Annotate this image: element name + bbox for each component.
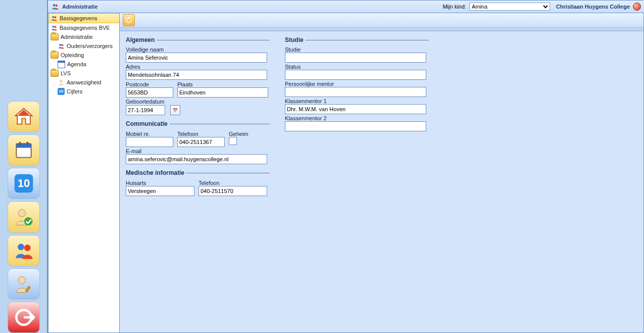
svg-point-21 [60, 80, 63, 82]
sidebar: Basisgegevens Basisgegevens BVE Administ… [48, 13, 120, 333]
svg-point-20 [61, 44, 63, 46]
content: Algemeen Volledige naam Adres Postcode [120, 13, 644, 333]
sidebar-item-opleiding[interactable]: Opleiding [48, 51, 119, 60]
sidebar-item-label: Basisgegevens BVE [60, 25, 110, 31]
fieldset-communicatie: Communicatie Mobiel nr. Telefoon [126, 120, 270, 164]
form-right-column: Studie Studie Status Persoonlijke mentor… [285, 36, 429, 136]
input-huisarts[interactable] [126, 186, 194, 196]
dock-grades[interactable]: 10 [8, 168, 40, 199]
sidebar-item-label: Basisgegevens [60, 15, 97, 21]
svg-point-19 [59, 44, 61, 46]
input-km2[interactable] [285, 121, 426, 131]
svg-point-14 [55, 5, 58, 7]
home-icon [13, 106, 35, 128]
label-geboorte: Geboortedatum [126, 99, 270, 105]
svg-rect-3 [26, 142, 28, 146]
person-edit-icon [13, 273, 35, 295]
sidebar-item-label: Aanwezigheid [67, 79, 102, 85]
main-panel: Administratie Mijn kind: Amina Christiaa… [47, 0, 644, 333]
checkbox-geheim[interactable] [229, 137, 237, 145]
dock-logout[interactable] [8, 302, 40, 333]
folder-icon [51, 70, 59, 77]
sidebar-item-ouders[interactable]: Ouders/verzorgers [48, 41, 119, 51]
toolbar [120, 13, 643, 28]
toolbar-separator [120, 28, 643, 31]
dock-home[interactable] [8, 101, 40, 132]
sidebar-item-basisgegevens-bve[interactable]: Basisgegevens BVE [48, 23, 119, 32]
svg-rect-2 [19, 142, 21, 146]
body-split: Basisgegevens Basisgegevens BVE Administ… [48, 13, 644, 333]
calendar-icon [13, 139, 35, 161]
users-icon [13, 240, 35, 262]
label-plaats: Plaats [177, 81, 270, 87]
child-label: Mijn kind: [442, 4, 466, 10]
input-geboortedatum[interactable] [126, 105, 165, 115]
input-naam[interactable] [126, 53, 267, 63]
label-status: Status [285, 64, 429, 70]
svg-point-13 [53, 4, 56, 7]
dock-attendance[interactable] [8, 201, 40, 232]
dock: 10 [0, 0, 47, 333]
sidebar-item-label: Cijfers [67, 88, 82, 94]
refresh-button[interactable] [123, 14, 135, 26]
svg-point-17 [52, 26, 54, 28]
fieldset-medisch: Medische informatie Huisarts Telefoon [126, 169, 270, 196]
label-adres: Adres [126, 64, 270, 70]
sidebar-item-lvs[interactable]: LVS [48, 69, 119, 78]
svg-point-15 [52, 16, 54, 18]
form-left-column: Algemeen Volledige naam Adres Postcode [126, 36, 270, 201]
input-postcode[interactable] [126, 87, 173, 98]
input-km1[interactable] [285, 104, 426, 114]
label-studie: Studie [285, 46, 429, 53]
label-mentor: Persoonlijke mentor [285, 81, 429, 87]
dock-edit-user[interactable] [8, 268, 40, 300]
ten-icon: 10 [13, 172, 35, 195]
dock-users[interactable] [8, 235, 40, 266]
datepicker-button[interactable]: 📅 [170, 105, 180, 115]
fieldset-algemeen: Algemeen Volledige naam Adres Postcode [126, 36, 270, 115]
refresh-icon [125, 17, 132, 24]
input-studie[interactable] [285, 53, 426, 63]
input-mentor[interactable] [285, 87, 426, 97]
svg-point-18 [54, 26, 56, 28]
users-icon [51, 24, 58, 31]
input-huisarts-telefoon[interactable] [199, 186, 267, 196]
legend-medisch: Medische informatie [126, 169, 186, 176]
svg-point-16 [54, 16, 56, 18]
label-naam: Volledige naam [126, 46, 270, 53]
app-root: 10 Administratie Mijn kind: Amina Christ… [0, 0, 644, 333]
sidebar-item-administratie[interactable]: Administratie [48, 32, 119, 41]
sidebar-item-aanwezigheid[interactable]: Aanwezigheid [48, 78, 119, 87]
input-mobiel[interactable] [126, 137, 173, 147]
input-adres[interactable] [126, 70, 267, 80]
svg-text:10: 10 [17, 177, 29, 190]
svg-point-10 [18, 276, 26, 284]
sidebar-item-label: Ouders/verzorgers [67, 43, 113, 49]
label-km2: Klassenmentor 2 [285, 115, 429, 121]
input-telefoon[interactable] [177, 137, 225, 147]
input-email[interactable] [126, 154, 267, 164]
dock-agenda[interactable] [8, 134, 40, 166]
label-postcode: Postcode [126, 81, 173, 87]
sidebar-item-cijfers[interactable]: 10 Cijfers [48, 87, 119, 96]
legend-studie: Studie [285, 36, 306, 43]
close-icon[interactable] [633, 3, 641, 11]
sidebar-item-label: Agenda [67, 61, 86, 67]
school-name: Christiaan Huygens College [556, 4, 630, 10]
page-title: Administratie [62, 4, 97, 10]
label-telefoon: Telefoon [177, 131, 225, 137]
child-select[interactable]: Amina [469, 3, 550, 11]
label-huisarts-telefoon: Telefoon [199, 180, 267, 186]
svg-point-7 [24, 217, 32, 226]
sidebar-item-label: Administratie [61, 34, 93, 40]
legend-algemeen: Algemeen [126, 36, 157, 43]
input-plaats[interactable] [177, 87, 268, 98]
folder-icon [51, 52, 59, 59]
sidebar-item-basisgegevens[interactable]: Basisgegevens [48, 13, 119, 23]
ten-icon: 10 [58, 88, 65, 95]
input-status[interactable] [285, 70, 426, 80]
sidebar-item-agenda[interactable]: Agenda [48, 60, 119, 69]
folder-icon [51, 33, 59, 40]
fieldset-studie: Studie Studie Status Persoonlijke mentor… [285, 36, 429, 131]
sidebar-item-label: Opleiding [61, 52, 84, 58]
